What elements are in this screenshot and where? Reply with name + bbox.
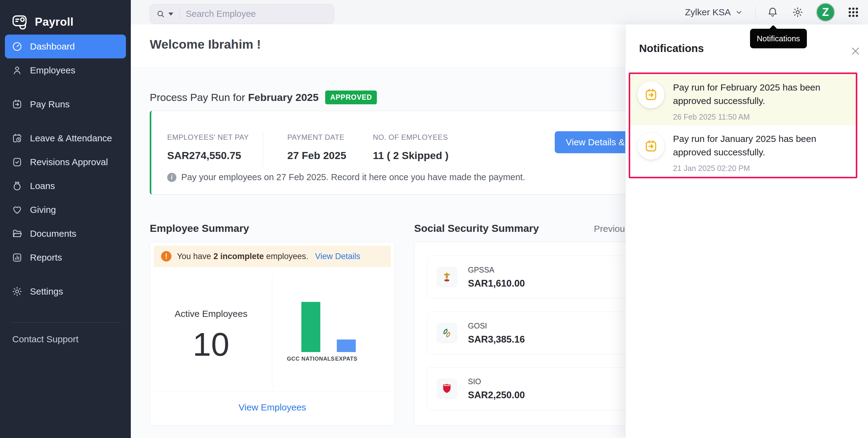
ss-row-text: GOSI SAR3,385.16 [468, 321, 525, 345]
notifications-panel-title: Notifications [639, 42, 704, 54]
employee-summary-title: Employee Summary [150, 222, 249, 234]
sidebar-item-label: Documents [30, 229, 76, 239]
sidebar-item-employees[interactable]: Employees [5, 58, 126, 82]
sidebar-item-label: Reports [30, 252, 62, 263]
ss-amount: SAR1,610.00 [468, 278, 525, 289]
search-input[interactable] [186, 9, 328, 19]
bar-chart-icon [11, 252, 23, 263]
view-employees-link[interactable]: View Employees [150, 402, 395, 413]
notification-item[interactable]: Pay run for February 2025 has been appro… [630, 74, 856, 125]
tooltip-text: Notifications [757, 34, 800, 43]
sidebar-item-label: Dashboard [30, 41, 75, 52]
ss-name: GOSI [468, 321, 525, 330]
grid-dots-icon [847, 6, 860, 18]
sidebar-item-dashboard[interactable]: Dashboard [5, 35, 126, 58]
chevron-down-icon [735, 8, 743, 16]
gear-icon [11, 286, 23, 297]
payrun-heading-prefix: Process Pay Run for [150, 91, 245, 104]
active-employees-count: 10 [150, 325, 272, 363]
search-box[interactable] [150, 4, 334, 24]
approval-check-icon [11, 156, 23, 168]
sidebar-item-label: Revisions Approval [30, 157, 108, 167]
notification-timestamp: 26 Feb 2025 11:50 AM [673, 113, 847, 121]
ss-name: GPSSA [468, 265, 525, 274]
sidebar-item-giving[interactable]: Giving [5, 198, 126, 222]
ss-amount: SAR3,385.16 [468, 334, 525, 345]
incomplete-warning-banner: ! You have 2 incomplete employees. View … [154, 245, 391, 267]
ss-amount: SAR2,250.00 [468, 390, 525, 401]
sidebar-item-label: Settings [30, 286, 63, 297]
search-scope-caret-icon[interactable] [168, 12, 173, 16]
gosi-logo-icon [437, 323, 457, 343]
folder-icon [11, 228, 23, 239]
search-divider [179, 9, 180, 19]
notification-item[interactable]: Pay run for January 2025 has been approv… [630, 125, 856, 177]
notification-message: Pay run for February 2025 has been appro… [673, 81, 844, 108]
payrun-info: i Pay your employees on 27 Feb 2025. Rec… [167, 172, 525, 182]
sidebar-item-documents[interactable]: Documents [5, 222, 126, 245]
topbar-divider [755, 6, 755, 18]
org-selector[interactable]: Zylker KSA [685, 7, 743, 18]
payroll-logo-icon [11, 13, 28, 31]
topbar: Zylker KSA Z [131, 0, 868, 25]
contact-support-link[interactable]: Contact Support [12, 334, 79, 344]
bar-gcc-nationals [301, 302, 320, 352]
close-icon[interactable] [850, 46, 861, 56]
stat-value: 27 Feb 2025 [287, 150, 346, 162]
stat-value: 11 ( 2 Skipped ) [373, 150, 449, 162]
sio-logo-icon [437, 379, 457, 399]
previous-period-selector[interactable]: Previous [594, 224, 630, 234]
notifications-bell-button[interactable] [766, 5, 779, 19]
sidebar: Payroll Dashboard Employees Pay Runs Lea… [0, 0, 131, 438]
sidebar-item-label: Loans [30, 181, 55, 191]
sidebar-item-loans[interactable]: Loans [5, 174, 126, 198]
stat-divider [263, 130, 263, 168]
summary-divider [272, 276, 272, 389]
notification-timestamp: 21 Jan 2025 02:20 PM [673, 164, 847, 173]
sidebar-item-revisions-approval[interactable]: Revisions Approval [5, 150, 126, 174]
sidebar-item-label: Leave & Attendance [30, 133, 112, 143]
ss-row-text: GPSSA SAR1,610.00 [468, 265, 525, 289]
pay-run-notification-icon [638, 81, 664, 108]
payrun-info-text: Pay your employees on 27 Feb 2025. Recor… [181, 172, 525, 182]
status-badge: APPROVED [325, 91, 377, 104]
topbar-actions: Zylker KSA Z [685, 0, 868, 25]
info-icon: i [167, 173, 176, 182]
app-title: Payroll [35, 16, 74, 28]
sidebar-item-leave-attendance[interactable]: Leave & Attendance [5, 126, 126, 150]
payrun-heading: Process Pay Run for February 2025 APPROV… [150, 91, 377, 104]
notifications-tooltip: Notifications [750, 29, 807, 48]
sidebar-item-label: Pay Runs [30, 99, 70, 110]
stat-label: PAYMENT DATE [287, 133, 346, 142]
search-icon [156, 9, 165, 19]
person-icon [11, 65, 23, 76]
settings-button[interactable] [791, 5, 804, 19]
stat-value: SAR274,550.75 [167, 150, 249, 162]
social-security-title: Social Security Summary [414, 222, 539, 234]
notification-message: Pay run for January 2025 has been approv… [673, 132, 844, 159]
sidebar-item-settings[interactable]: Settings [5, 280, 126, 303]
user-avatar[interactable]: Z [816, 3, 835, 22]
stat-label: NO. OF EMPLOYEES [373, 133, 449, 142]
calendar-clock-icon [11, 133, 23, 144]
sidebar-item-label: Giving [30, 205, 56, 215]
stat-payment-date: PAYMENT DATE 27 Feb 2025 [287, 133, 346, 162]
active-employees-label: Active Employees [150, 309, 272, 319]
ss-name: SIO [468, 377, 525, 386]
gear-icon [792, 6, 804, 18]
sidebar-item-reports[interactable]: Reports [5, 245, 126, 269]
notifications-highlight-box: Pay run for February 2025 has been appro… [629, 72, 857, 178]
sidebar-divider [10, 322, 120, 323]
ss-row-text: SIO SAR2,250.00 [468, 377, 525, 401]
org-name: Zylker KSA [685, 7, 731, 18]
payrun-period: February 2025 [248, 91, 319, 104]
app-logo: Payroll [0, 0, 131, 35]
view-details-link[interactable]: View Details [315, 252, 360, 261]
app-grid-button[interactable] [847, 6, 860, 18]
stat-employee-count: NO. OF EMPLOYEES 11 ( 2 Skipped ) [373, 133, 449, 162]
pay-run-notification-icon [638, 133, 664, 160]
pay-run-icon [11, 99, 23, 110]
sidebar-item-pay-runs[interactable]: Pay Runs [5, 92, 126, 116]
sidebar-nav: Dashboard Employees Pay Runs Leave & Att… [0, 35, 131, 303]
sidebar-item-label: Employees [30, 65, 75, 76]
